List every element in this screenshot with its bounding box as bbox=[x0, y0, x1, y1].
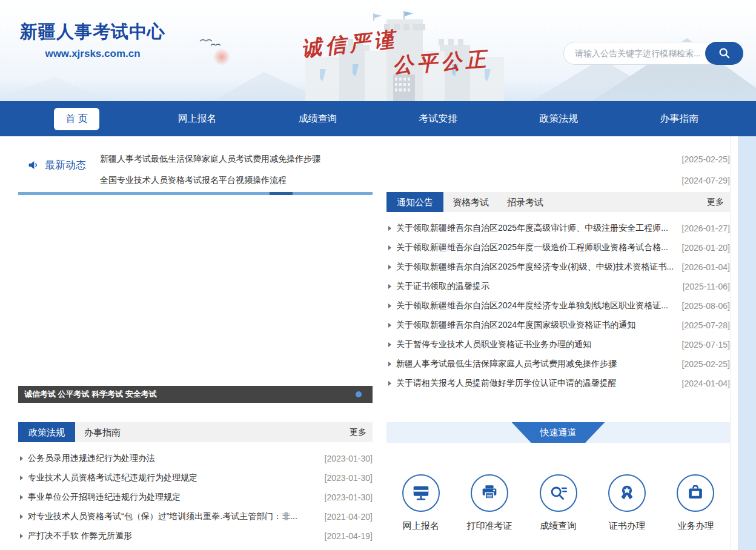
nav-item-exam-schedule[interactable]: 考试安排 bbox=[378, 101, 499, 136]
policy-title[interactable]: 公务员录用违规违纪行为处理办法 bbox=[28, 453, 317, 464]
list-item[interactable]: 事业单位公开招聘违纪违规行为处理规定 [2023-01-30] bbox=[18, 488, 373, 507]
latest-news-section: 最新动态 新疆人事考试最低生活保障家庭人员考试费用减免操作步骤 [2025-02… bbox=[18, 148, 730, 191]
notice-list: 关于领取新疆维吾尔自治区2025年度高级审计师、中级注册安全工程师... [20… bbox=[386, 219, 730, 393]
nav-item-home-label[interactable]: 首 页 bbox=[54, 108, 99, 130]
news-title[interactable]: 新疆人事考试最低生活保障家庭人员考试费用减免操作步骤 bbox=[100, 154, 675, 165]
tab-policies[interactable]: 政策法规 bbox=[18, 422, 75, 442]
list-item[interactable]: 关于请相关报考人员提前做好学历学位认证申请的温馨提醒 [2024-01-04] bbox=[386, 374, 730, 393]
nav-item-home[interactable]: 首 页 bbox=[16, 101, 137, 136]
list-item[interactable]: 公务员录用违规违纪行为处理办法 [2023-01-30] bbox=[18, 449, 373, 468]
announcement-title[interactable]: 新疆人事考试最低生活保障家庭人员考试费用减免操作步骤 bbox=[396, 359, 675, 369]
policy-date: [2021-04-19] bbox=[325, 531, 373, 541]
bullet-icon bbox=[388, 381, 391, 386]
bullet-icon bbox=[388, 323, 391, 328]
list-item[interactable]: 关于领取新疆维吾尔自治区2025年度高级审计师、中级注册安全工程师... [20… bbox=[386, 219, 730, 238]
quick-item-label[interactable]: 打印准考证 bbox=[467, 520, 512, 532]
announcement-title[interactable]: 关于领取新疆维吾尔自治区2025年度一级造价工程师职业资格考试合格... bbox=[396, 242, 675, 253]
site-url: www.xjrsks.com.cn bbox=[20, 48, 165, 60]
quick-item-print-admission-ticket[interactable]: 打印准考证 bbox=[455, 474, 523, 532]
policy-title[interactable]: 严打决不手软 作弊无所遁形 bbox=[28, 531, 317, 542]
quick-channel-panel: 快速通道 网上报名 bbox=[386, 422, 730, 532]
announcement-date: [2026-01-20] bbox=[682, 243, 730, 253]
announcement-title[interactable]: 关于领取新疆维吾尔自治区2024年度经济专业单独划线地区职业资格证... bbox=[396, 300, 675, 311]
policy-title[interactable]: 专业技术人员资格考试违纪违规行为处理规定 bbox=[28, 472, 317, 483]
policy-date: [2023-01-30] bbox=[325, 454, 373, 463]
bullet-icon bbox=[20, 514, 23, 519]
list-item[interactable]: 对专业技术人员资格考试“包（保）过”培训须出重拳.考试主管部门：非... [20… bbox=[18, 507, 373, 526]
announcement-date: [2025-07-15] bbox=[682, 340, 730, 350]
bullet-icon bbox=[20, 495, 23, 500]
search-icon bbox=[718, 47, 731, 60]
policy-tab-bar: 政策法规 办事指南 更多 bbox=[18, 422, 373, 442]
quick-item-online-registration[interactable]: 网上报名 bbox=[386, 474, 455, 532]
bullet-icon bbox=[20, 475, 23, 480]
quick-item-business-service[interactable]: 业务办理 bbox=[662, 474, 730, 532]
list-item[interactable]: 关于领取新疆维吾尔自治区2025年度一级造价工程师职业资格考试合格... [20… bbox=[386, 238, 730, 257]
quick-item-label[interactable]: 网上报名 bbox=[403, 520, 439, 532]
more-link[interactable]: 更多 bbox=[707, 192, 730, 212]
content-edge-divider bbox=[730, 136, 731, 550]
tab-qualification-exams[interactable]: 资格考试 bbox=[443, 192, 498, 212]
list-item[interactable]: 专业技术人员资格考试违纪违规行为处理规定 [2023-01-30] bbox=[18, 468, 373, 488]
search-button[interactable] bbox=[705, 42, 743, 65]
announcement-title[interactable]: 关于证书领取的温馨提示 bbox=[396, 281, 675, 292]
page-side-strip bbox=[738, 136, 756, 550]
site-title: 新疆人事考试中心 bbox=[20, 20, 165, 44]
list-item[interactable]: 新疆人事考试最低生活保障家庭人员考试费用减免操作步骤 [2025-02-25] bbox=[100, 148, 730, 170]
quick-item-label[interactable]: 业务办理 bbox=[677, 520, 714, 532]
carousel-indicator-dot[interactable] bbox=[356, 391, 362, 397]
news-title[interactable]: 全国专业技术人员资格考试报名平台视频操作流程 bbox=[100, 175, 675, 186]
announcement-title[interactable]: 关于领取新疆维吾尔自治区2025年度经济专业(初级、中级)技术资格证书... bbox=[396, 262, 675, 273]
nav-item-service-guide[interactable]: 办事指南 bbox=[619, 101, 740, 136]
announcement-title[interactable]: 关于领取新疆维吾尔自治区2025年度高级审计师、中级注册安全工程师... bbox=[396, 223, 675, 234]
latest-news-list: 新疆人事考试最低生活保障家庭人员考试费用减免操作步骤 [2025-02-25] … bbox=[100, 148, 730, 191]
policy-panel: 政策法规 办事指南 更多 公务员录用违规违纪行为处理办法 [2023-01-30… bbox=[18, 422, 373, 546]
list-item[interactable]: 关于领取新疆维吾尔自治区2024年度国家级职业资格证书的通知 [2025-07-… bbox=[386, 316, 730, 335]
search-box bbox=[563, 42, 743, 65]
nav-item-policies[interactable]: 政策法规 bbox=[499, 101, 619, 136]
list-item[interactable]: 关于领取新疆维吾尔自治区2024年度经济专业单独划线地区职业资格证... [20… bbox=[386, 296, 730, 316]
list-item[interactable]: 关于证书领取的温馨提示 [2025-11-06] bbox=[386, 277, 730, 296]
tab-recruitment-exams[interactable]: 招录考试 bbox=[498, 192, 552, 212]
policy-date: [2023-01-30] bbox=[325, 492, 373, 502]
bullet-icon bbox=[20, 534, 23, 538]
list-item[interactable]: 关于领取新疆维吾尔自治区2025年度经济专业(初级、中级)技术资格证书... [… bbox=[386, 257, 730, 277]
quick-item-label[interactable]: 成绩查询 bbox=[540, 520, 577, 532]
sun-decoration bbox=[213, 48, 230, 65]
more-link[interactable]: 更多 bbox=[350, 422, 373, 442]
bullet-icon bbox=[388, 265, 391, 270]
policy-title[interactable]: 对专业技术人员资格考试“包（保）过”培训须出重拳.考试主管部门：非... bbox=[28, 511, 317, 522]
banner-carousel[interactable]: 诚信考试 公平考试 科学考试 安全考试 bbox=[18, 192, 373, 403]
nav-item-online-registration[interactable]: 网上报名 bbox=[137, 101, 257, 136]
news-date: [2025-02-25] bbox=[682, 154, 730, 164]
tab-notices[interactable]: 通知公告 bbox=[386, 192, 443, 212]
carousel-caption: 诚信考试 公平考试 科学考试 安全考试 bbox=[18, 386, 373, 403]
tab-service-guide[interactable]: 办事指南 bbox=[75, 422, 130, 442]
bullet-icon bbox=[388, 284, 391, 289]
quick-channel-title: 快速通道 bbox=[512, 422, 605, 443]
announcement-title[interactable]: 关于请相关报考人员提前做好学历学位认证申请的温馨提醒 bbox=[396, 378, 675, 389]
announcement-date: [2025-07-28] bbox=[682, 320, 730, 330]
list-item[interactable]: 关于暂停专业技术人员职业资格证书业务办理的通知 [2025-07-15] bbox=[386, 335, 730, 354]
announcement-date: [2025-08-06] bbox=[682, 301, 730, 311]
search-input[interactable] bbox=[564, 42, 705, 64]
mountain-decoration bbox=[0, 77, 109, 101]
quick-item-score-query[interactable]: 成绩查询 bbox=[524, 474, 592, 532]
announcement-date: [2026-01-27] bbox=[682, 224, 730, 233]
list-item[interactable]: 新疆人事考试最低生活保障家庭人员考试费用减免操作步骤 [2025-02-25] bbox=[386, 354, 730, 374]
quick-channel-header: 快速通道 bbox=[386, 422, 730, 443]
list-item[interactable]: 严打决不手软 作弊无所遁形 [2021-04-19] bbox=[18, 526, 373, 546]
printer-icon bbox=[479, 483, 500, 503]
announcement-title[interactable]: 关于暂停专业技术人员职业资格证书业务办理的通知 bbox=[396, 339, 675, 350]
quick-item-label[interactable]: 证书办理 bbox=[609, 520, 645, 532]
policy-title[interactable]: 事业单位公开招聘违纪违规行为处理规定 bbox=[28, 492, 317, 503]
bullet-icon bbox=[388, 342, 391, 347]
quick-item-certificate-service[interactable]: 证书办理 bbox=[592, 474, 661, 532]
policy-date: [2021-04-20] bbox=[325, 512, 373, 522]
bullet-icon bbox=[388, 226, 391, 231]
announcement-title[interactable]: 关于领取新疆维吾尔自治区2024年度国家级职业资格证书的通知 bbox=[396, 320, 675, 331]
nav-item-score-query[interactable]: 成绩查询 bbox=[257, 101, 378, 136]
birds-decoration bbox=[199, 36, 224, 48]
list-item[interactable]: 全国专业技术人员资格考试报名平台视频操作流程 [2024-07-29] bbox=[100, 170, 730, 191]
policy-date: [2023-01-30] bbox=[325, 473, 373, 483]
